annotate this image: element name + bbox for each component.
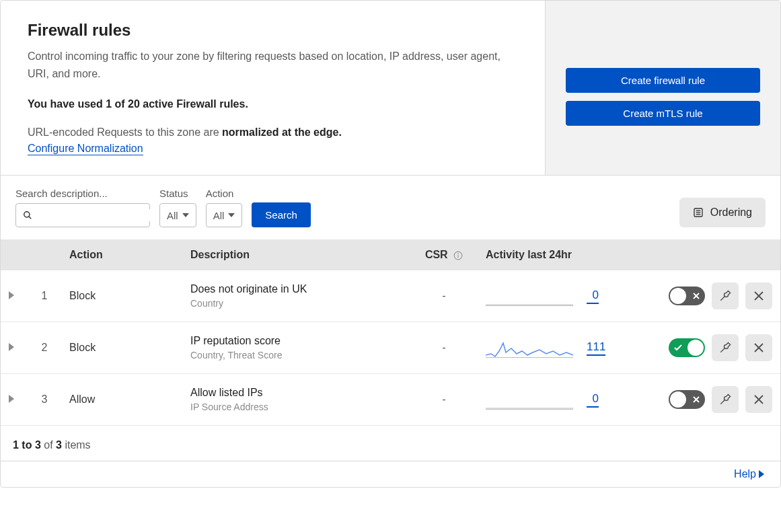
pager-total: 3: [56, 439, 62, 451]
sparkline: [486, 338, 573, 358]
ordering-button[interactable]: Ordering: [679, 198, 766, 227]
edit-button[interactable]: [712, 386, 739, 413]
row-action: Block: [61, 322, 182, 374]
enable-toggle[interactable]: [669, 390, 705, 409]
row-index: 2: [28, 322, 61, 374]
row-controls: [632, 374, 780, 426]
row-description: IP reputation scoreCountry, Threat Score: [182, 322, 410, 374]
usage-prefix: You have used: [28, 98, 106, 110]
row-activity: 0: [478, 270, 632, 322]
ordering-label: Ordering: [710, 206, 752, 219]
normalize-prefix: URL-encoded Requests to this zone are: [28, 126, 222, 138]
sparkline: [486, 389, 573, 410]
col-action-header: Action: [61, 239, 182, 270]
info-icon[interactable]: [453, 251, 463, 260]
search-group: Search description...: [15, 188, 150, 227]
delete-button[interactable]: [745, 282, 772, 309]
row-activity: 0: [478, 374, 632, 426]
wrench-icon: [719, 290, 731, 302]
pager-text: 1 to 3 of 3 items: [13, 439, 91, 451]
status-value: All: [167, 210, 178, 221]
x-icon: [693, 293, 700, 299]
enable-toggle[interactable]: [669, 338, 705, 357]
row-csr: -: [410, 322, 478, 374]
activity-count-link[interactable]: 0: [587, 289, 599, 304]
usage-suffix: active Firewall rules.: [140, 98, 248, 110]
pager-of: of: [41, 439, 56, 451]
col-controls: [632, 239, 780, 270]
list-icon: [693, 207, 704, 218]
enable-toggle[interactable]: [669, 287, 705, 305]
help-link[interactable]: Help: [734, 468, 764, 480]
check-icon: [674, 344, 682, 351]
sparkline: [486, 286, 573, 306]
normalize-line: URL-encoded Requests to this zone are no…: [28, 126, 518, 139]
edit-button[interactable]: [712, 282, 739, 309]
create-firewall-rule-button[interactable]: Create firewall rule: [566, 68, 760, 93]
row-description: Does not originate in UKCountry: [182, 270, 410, 322]
action-filter-label: Action: [206, 188, 243, 199]
chevron-right-icon[interactable]: [9, 291, 14, 299]
header-side: Create firewall rule Create mTLS rule: [545, 1, 780, 175]
row-index: 3: [28, 374, 61, 426]
chevron-right-icon[interactable]: [9, 343, 14, 351]
chevron-down-icon: [228, 213, 235, 217]
x-icon: [693, 396, 700, 403]
activity-count-link[interactable]: 111: [587, 340, 605, 356]
create-mtls-rule-button[interactable]: Create mTLS rule: [566, 101, 760, 126]
delete-button[interactable]: [745, 334, 772, 361]
close-icon: [754, 343, 764, 352]
activity-count-link[interactable]: 0: [587, 392, 599, 408]
rule-subtitle: IP Source Address: [190, 402, 402, 412]
usage-line: You have used 1 of 20 active Firewall ru…: [28, 98, 518, 110]
col-description-header: Description: [182, 239, 410, 270]
search-button[interactable]: Search: [252, 202, 311, 227]
chevron-right-icon[interactable]: [9, 395, 14, 403]
svg-line-15: [720, 348, 725, 352]
configure-normalization-link[interactable]: Configure Normalization: [28, 143, 143, 155]
row-index: 1: [28, 270, 61, 322]
rule-title: Does not originate in UK: [190, 283, 402, 295]
rules-table: Action Description CSR Activity last 24h…: [1, 239, 780, 426]
close-icon: [754, 291, 764, 301]
search-box[interactable]: [15, 203, 150, 227]
table-row: 1BlockDoes not originate in UKCountry-0: [1, 270, 780, 322]
normalize-bold: normalized at the edge.: [222, 126, 342, 138]
chevron-down-icon: [182, 213, 189, 217]
csr-header-text: CSR: [425, 249, 448, 260]
search-icon: [23, 211, 32, 220]
rule-subtitle: Country: [190, 298, 402, 309]
rule-title: Allow listed IPs: [190, 387, 402, 399]
row-action: Allow: [61, 374, 182, 426]
wrench-icon: [719, 342, 731, 354]
firewall-rules-panel: Firewall rules Control incoming traffic …: [0, 0, 781, 488]
search-input[interactable]: [38, 209, 158, 221]
wrench-icon: [719, 393, 731, 406]
status-select[interactable]: All: [159, 203, 196, 227]
header-row: Firewall rules Control incoming traffic …: [1, 1, 780, 175]
action-filter-group: Action All: [206, 188, 243, 227]
pager-range: 1 to 3: [13, 439, 41, 451]
col-csr-header: CSR: [410, 239, 478, 270]
row-description: Allow listed IPsIP Source Address: [182, 374, 410, 426]
row-controls: [632, 322, 780, 374]
row-action: Block: [61, 270, 182, 322]
edit-button[interactable]: [712, 334, 739, 361]
chevron-right-icon: [759, 470, 764, 478]
action-select[interactable]: All: [206, 203, 243, 227]
header-main: Firewall rules Control incoming traffic …: [1, 1, 545, 175]
col-expand: [1, 239, 28, 270]
delete-button[interactable]: [745, 386, 772, 413]
rule-subtitle: Country, Threat Score: [190, 350, 402, 360]
row-csr: -: [410, 374, 478, 426]
help-row: Help: [1, 461, 780, 487]
table-footer: 1 to 3 of 3 items: [1, 426, 780, 461]
filters-bar: Search description... Status All Action …: [1, 175, 780, 239]
col-index: [28, 239, 61, 270]
svg-line-1: [29, 217, 32, 219]
close-icon: [754, 395, 764, 404]
row-csr: -: [410, 270, 478, 322]
usage-count: 1 of 20: [106, 98, 140, 110]
row-activity: 111: [478, 322, 632, 374]
col-activity-header: Activity last 24hr: [478, 239, 632, 270]
